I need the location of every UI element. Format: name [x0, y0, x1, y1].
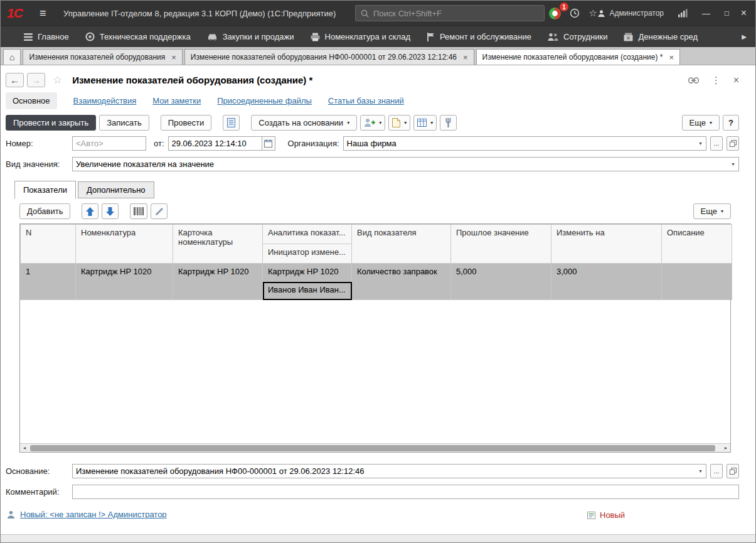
add-row-button[interactable]: Добавить — [19, 203, 70, 219]
history-icon[interactable] — [570, 1, 580, 26]
menu-item-main[interactable]: Главное — [16, 26, 77, 47]
cell-change-by[interactable]: 3,000 — [551, 264, 662, 300]
menu-item-warehouse[interactable]: Номенклатура и склад — [302, 26, 418, 47]
create-interaction-button[interactable]: ▾ — [360, 115, 385, 131]
col-header-kind[interactable]: Вид показателя — [352, 225, 451, 264]
menu-item-label: Техническая поддержка — [100, 32, 191, 41]
favorites-icon[interactable]: ☆ — [589, 1, 597, 26]
close-window-button[interactable]: × — [741, 1, 747, 26]
indicators-panel: Добавить Еще ▾ — [19, 198, 731, 453]
tab-document-nf00-000001[interactable]: Изменение показателей оборудования НФ00-… — [184, 49, 474, 65]
menu-item-purchases[interactable]: Закупки и продажи — [199, 26, 302, 47]
main-menu-icon[interactable]: ≡ — [40, 1, 46, 26]
form-settings-button[interactable] — [440, 115, 457, 131]
pick-wand-button[interactable] — [151, 203, 168, 219]
tab-equipment-changes-list[interactable]: Изменения показателей оборудования × — [23, 49, 182, 65]
col-header-description[interactable]: Описание — [662, 225, 732, 264]
col-header-nomenclature[interactable]: Номенклатура — [76, 225, 173, 264]
chevron-down-icon[interactable]: ▾ — [728, 158, 738, 171]
menu-item-money[interactable]: Денежные сред — [615, 26, 706, 47]
col-header-n[interactable]: N — [21, 225, 76, 264]
scroll-left-icon[interactable]: ◄ — [20, 446, 29, 450]
back-button[interactable]: ← — [6, 73, 24, 87]
create-based-on-button[interactable]: Создать на основании ▾ — [251, 115, 357, 131]
chevron-down-icon[interactable]: ▾ — [695, 137, 706, 150]
scrollbar-thumb[interactable] — [30, 445, 715, 451]
connection-icon[interactable] — [678, 1, 688, 26]
global-search-input[interactable]: Поиск Ctrl+Shift+F — [355, 5, 545, 21]
table-row[interactable]: 1 Картридж HP 1020 Картридж HP 1020 Карт… — [21, 264, 732, 282]
tab-new-document[interactable]: Изменение показателей оборудования (созд… — [476, 49, 680, 65]
minimize-button[interactable]: — — [702, 1, 710, 26]
reports-button[interactable]: ▾ — [413, 115, 437, 131]
organization-choose-button[interactable]: ... — [710, 136, 723, 151]
cell-n[interactable]: 1 — [21, 264, 76, 300]
col-header-analytics[interactable]: Аналитика показат... — [263, 225, 352, 244]
current-user[interactable]: Администратор — [597, 1, 664, 26]
write-button[interactable]: Записать — [99, 115, 149, 131]
col-header-card[interactable]: Карточка номенклатуры — [173, 225, 263, 264]
close-form-icon[interactable]: × — [733, 75, 739, 86]
tab-close-icon[interactable]: × — [463, 53, 468, 62]
form-subtabs: Показатели Дополнительно — [14, 180, 755, 198]
chevron-down-icon[interactable]: ▾ — [695, 465, 706, 478]
col-header-previous-value[interactable]: Прошлое значение — [451, 225, 551, 264]
comment-input[interactable] — [72, 485, 739, 499]
tab-indicators[interactable]: Показатели — [14, 181, 76, 199]
menu-item-employees[interactable]: Сотрудники — [540, 26, 615, 47]
cell-nomenclature[interactable]: Картридж HP 1020 — [76, 264, 173, 300]
maximize-button[interactable]: □ — [725, 1, 729, 26]
nav-link-interactions[interactable]: Взаимодействия — [73, 96, 137, 105]
nav-link-kb-articles[interactable]: Статьи базы знаний — [328, 96, 404, 105]
nav-link-attached-files[interactable]: Присоединенные файлы — [217, 96, 312, 105]
tab-close-icon[interactable]: × — [171, 53, 176, 62]
post-button[interactable]: Провести — [161, 115, 212, 131]
col-header-initiator[interactable]: Инициатор измене... — [263, 244, 352, 264]
attached-files-button[interactable]: ▾ — [388, 115, 410, 131]
basis-input[interactable] — [73, 465, 695, 478]
more-actions-icon[interactable]: ⋮ — [711, 75, 721, 86]
cell-description[interactable] — [662, 264, 732, 300]
chevron-down-icon: ▾ — [721, 208, 723, 214]
col-header-change-by[interactable]: Изменить на — [551, 225, 662, 264]
basis-open-button[interactable] — [727, 464, 739, 478]
get-link-icon[interactable] — [688, 77, 699, 83]
forward-button[interactable]: → — [27, 73, 45, 87]
scroll-right-icon[interactable]: ► — [721, 446, 730, 450]
document-status-link[interactable]: Новый: <не записан !> Администратор — [20, 510, 167, 519]
menu-item-repair[interactable]: Ремонт и обслуживание — [418, 26, 540, 47]
menu-overflow-icon[interactable]: ▶ — [738, 33, 750, 40]
cell-previous-value[interactable]: 5,000 — [451, 264, 551, 300]
basis-choose-button[interactable]: ... — [710, 464, 723, 478]
move-row-down-button[interactable] — [102, 203, 119, 219]
value-kind-input[interactable] — [73, 158, 728, 171]
post-and-close-button[interactable]: Провести и закрыть — [6, 115, 96, 131]
more-button[interactable]: Еще ▾ — [682, 115, 720, 131]
organization-open-button[interactable] — [727, 136, 739, 151]
nav-link-notes[interactable]: Мои заметки — [152, 96, 201, 105]
nav-item-main[interactable]: Основное — [6, 92, 57, 109]
help-button[interactable]: ? — [723, 115, 739, 131]
basis-row: Основание: ▾ ... — [6, 464, 739, 478]
favorite-star-icon[interactable]: ☆ — [53, 73, 62, 87]
move-row-up-button[interactable] — [82, 203, 98, 219]
menu-item-support[interactable]: Техническая поддержка — [77, 26, 199, 47]
cell-kind[interactable]: Количество заправок — [352, 264, 451, 300]
calendar-icon[interactable] — [262, 136, 275, 151]
home-tab[interactable]: ⌂ — [3, 49, 21, 65]
cell-card[interactable]: Картридж HP 1020 — [173, 264, 263, 300]
date-field — [168, 136, 275, 151]
cell-analytics[interactable]: Картридж HP 1020 — [263, 264, 352, 282]
barcode-button[interactable] — [130, 203, 147, 219]
document-register-records-button[interactable] — [223, 115, 240, 131]
date-input[interactable] — [168, 136, 262, 151]
tab-close-icon[interactable]: × — [669, 53, 674, 62]
notification-badge: 1 — [560, 3, 568, 11]
number-input[interactable] — [72, 136, 146, 151]
cell-initiator-focused[interactable]: Иванов Иван Иван... — [263, 282, 352, 300]
horizontal-scrollbar[interactable]: ◄ ► — [20, 443, 730, 452]
grid-more-button[interactable]: Еще ▾ — [693, 203, 731, 219]
page-title: Изменение показателей оборудования (созд… — [72, 75, 312, 85]
tab-additional[interactable]: Дополнительно — [78, 181, 154, 198]
organization-input[interactable] — [344, 137, 695, 150]
